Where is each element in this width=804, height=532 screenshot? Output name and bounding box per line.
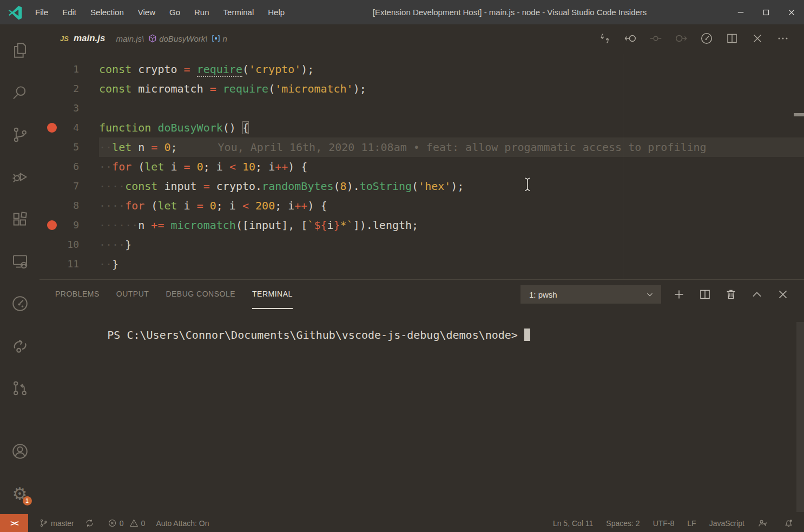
breadcrumb-symbol[interactable]: doBusyWork\ bbox=[159, 34, 207, 43]
new-terminal-icon[interactable] bbox=[671, 286, 687, 303]
indentation-item[interactable]: Spaces: 2 bbox=[606, 519, 640, 528]
minimize-button[interactable] bbox=[728, 0, 753, 24]
code-line-content[interactable]: ··for (let i = 0; i < 10; i++) { bbox=[99, 157, 804, 176]
code-line-9[interactable]: 9······n += micromatch([input], [`${i}*`… bbox=[39, 215, 804, 235]
code-line-content[interactable]: function doBusyWork() { bbox=[99, 118, 804, 137]
code-line-2[interactable]: 2const micromatch = require('micromatch'… bbox=[39, 79, 804, 98]
step-previous-icon[interactable] bbox=[648, 30, 664, 47]
close-editor-icon[interactable] bbox=[749, 30, 766, 47]
breakpoint-dot[interactable] bbox=[47, 220, 57, 230]
auto-attach-item[interactable]: Auto Attach: On bbox=[156, 519, 209, 528]
line-number: 10 bbox=[57, 235, 99, 254]
extensions-icon[interactable] bbox=[7, 205, 33, 233]
line-number: 2 bbox=[57, 79, 99, 98]
code-line-content[interactable]: ····const input = crypto.randomBytes(8).… bbox=[99, 176, 804, 196]
run-and-debug-icon[interactable] bbox=[7, 163, 33, 191]
breakpoint-dot[interactable] bbox=[47, 123, 57, 133]
encoding-item[interactable]: UTF-8 bbox=[653, 519, 675, 528]
breakpoint-slot[interactable] bbox=[47, 259, 57, 269]
code-line-10[interactable]: 10····} bbox=[39, 235, 804, 254]
menu-file[interactable]: File bbox=[28, 0, 55, 24]
menu-selection[interactable]: Selection bbox=[83, 0, 131, 24]
menu-go[interactable]: Go bbox=[162, 0, 187, 24]
breakpoint-slot[interactable] bbox=[47, 240, 57, 249]
terminal-instance-select[interactable]: 1: pwsh bbox=[520, 285, 661, 304]
close-panel-icon[interactable] bbox=[775, 286, 791, 303]
profile-session-icon[interactable] bbox=[698, 30, 715, 47]
menu-view[interactable]: View bbox=[131, 0, 162, 24]
split-terminal-icon[interactable] bbox=[697, 286, 713, 303]
breadcrumb-file[interactable]: main.js\ bbox=[116, 34, 144, 43]
pull-requests-icon[interactable] bbox=[7, 374, 33, 402]
breakpoint-slot[interactable] bbox=[47, 181, 57, 191]
problems-item[interactable]: 0 0 bbox=[108, 518, 146, 528]
language-item[interactable]: JavaScript bbox=[709, 519, 744, 528]
code-line-6[interactable]: 6··for (let i = 0; i < 10; i++) { bbox=[39, 157, 804, 176]
search-icon[interactable] bbox=[7, 78, 33, 107]
code-line-content[interactable]: ······n += micromatch([input], [`${i}*`]… bbox=[99, 215, 804, 235]
profile-icon[interactable] bbox=[7, 290, 33, 318]
branch-icon bbox=[39, 518, 48, 528]
menu-help[interactable]: Help bbox=[261, 0, 292, 24]
code-line-3[interactable]: 3 bbox=[39, 98, 804, 118]
sync-icon bbox=[85, 518, 94, 528]
compare-changes-icon[interactable] bbox=[597, 30, 613, 47]
maximize-button[interactable] bbox=[753, 0, 779, 24]
code-editor[interactable]: 1const crypto = require('crypto');2const… bbox=[39, 52, 804, 279]
source-control-icon[interactable] bbox=[7, 121, 33, 149]
terminal-scrollbar[interactable] bbox=[796, 322, 804, 512]
remote-explorer-icon[interactable] bbox=[7, 247, 33, 275]
accounts-icon[interactable] bbox=[7, 437, 33, 465]
explorer-icon[interactable] bbox=[7, 36, 33, 64]
menu-edit[interactable]: Edit bbox=[55, 0, 83, 24]
column-ruler bbox=[623, 54, 623, 279]
code-line-content[interactable]: ····for (let i = 0; i < 200; i++) { bbox=[99, 196, 804, 215]
kill-terminal-icon[interactable] bbox=[723, 286, 739, 303]
code-line-content[interactable]: ··} bbox=[99, 254, 804, 274]
feedback-icon[interactable] bbox=[757, 518, 770, 528]
tab-problems[interactable]: PROBLEMS bbox=[55, 280, 100, 309]
git-branch-item[interactable]: master bbox=[39, 518, 74, 528]
code-line-4[interactable]: 4function doBusyWork() { bbox=[39, 118, 804, 137]
code-line-1[interactable]: 1const crypto = require('crypto'); bbox=[39, 60, 804, 79]
split-editor-icon[interactable] bbox=[724, 30, 740, 47]
code-line-content[interactable]: ··let n = 0;You, April 16th, 2020 11:08a… bbox=[99, 137, 804, 157]
code-line-7[interactable]: 7····const input = crypto.randomBytes(8)… bbox=[39, 176, 804, 196]
breakpoint-slot[interactable] bbox=[47, 84, 57, 94]
more-actions-icon[interactable] bbox=[775, 30, 791, 47]
code-line-11[interactable]: 11··} bbox=[39, 254, 804, 274]
maximize-panel-icon[interactable] bbox=[749, 286, 765, 303]
menu-run[interactable]: Run bbox=[187, 0, 216, 24]
breakpoint-slot[interactable] bbox=[47, 201, 57, 211]
close-button[interactable] bbox=[779, 0, 804, 24]
code-line-content[interactable]: const micromatch = require('micromatch')… bbox=[99, 79, 804, 98]
tab-main-js[interactable]: main.js bbox=[74, 33, 106, 44]
breakpoint-slot[interactable] bbox=[47, 103, 57, 113]
navigate-back-icon[interactable] bbox=[622, 30, 638, 47]
notifications-bell[interactable] bbox=[783, 518, 796, 528]
mouse-cursor-ibeam bbox=[523, 177, 532, 192]
code-line-content[interactable]: const crypto = require('crypto'); bbox=[99, 60, 804, 79]
remote-icon: >< bbox=[10, 518, 18, 528]
tab-output[interactable]: OUTPUT bbox=[116, 280, 149, 309]
error-count: 0 bbox=[120, 519, 124, 528]
sync-item[interactable] bbox=[85, 518, 97, 528]
code-line-content[interactable]: ····} bbox=[99, 235, 804, 254]
terminal-content[interactable]: PS C:\Users\Connor\Documents\Github\vsco… bbox=[39, 309, 804, 514]
breadcrumb-variable[interactable]: n bbox=[222, 34, 227, 43]
code-line-5[interactable]: 5··let n = 0;You, April 16th, 2020 11:08… bbox=[39, 137, 804, 157]
breakpoint-slot[interactable] bbox=[47, 64, 57, 74]
menu-terminal[interactable]: Terminal bbox=[216, 0, 261, 24]
code-line-8[interactable]: 8····for (let i = 0; i < 200; i++) { bbox=[39, 196, 804, 215]
tab-debug-console[interactable]: DEBUG CONSOLE bbox=[166, 280, 235, 309]
eol-item[interactable]: LF bbox=[687, 519, 696, 528]
line-col-item[interactable]: Ln 5, Col 11 bbox=[553, 519, 593, 528]
remote-indicator[interactable]: >< bbox=[0, 514, 28, 532]
code-line-content[interactable] bbox=[99, 98, 804, 118]
tab-terminal[interactable]: TERMINAL bbox=[252, 280, 293, 309]
breakpoint-slot[interactable] bbox=[47, 142, 57, 152]
settings-gear-icon[interactable]: ⚙ 1 bbox=[7, 480, 33, 508]
breakpoint-slot[interactable] bbox=[47, 162, 57, 172]
step-next-icon[interactable] bbox=[673, 30, 689, 47]
live-share-icon[interactable] bbox=[7, 332, 33, 360]
